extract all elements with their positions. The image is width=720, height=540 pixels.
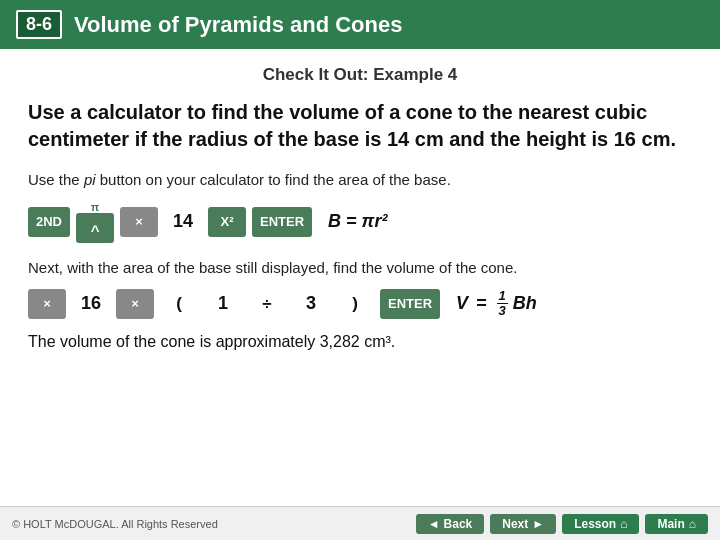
key-caret: ^ — [76, 213, 114, 243]
lesson-button[interactable]: Lesson ⌂ — [562, 514, 639, 534]
page-title: Volume of Pyramids and Cones — [74, 12, 402, 38]
fraction-denominator: 3 — [497, 304, 508, 318]
step2-instruction: Next, with the area of the base still di… — [28, 257, 692, 279]
key-16: 16 — [72, 289, 110, 319]
key-multiply1: × — [120, 207, 158, 237]
nav-buttons-group: ◄ Back Next ► Lesson ⌂ Main ⌂ — [416, 514, 708, 534]
step2-calc-row: × 16 × ( 1 ÷ 3 ) ENTER V = 1 3 Bh — [28, 289, 692, 319]
key-enter2: ENTER — [380, 289, 440, 319]
key-2nd: 2ND — [28, 207, 70, 237]
key-3: 3 — [292, 289, 330, 319]
main-button[interactable]: Main ⌂ — [645, 514, 708, 534]
main-label: Main — [657, 517, 684, 531]
key-open-paren: ( — [160, 289, 198, 319]
step1-calc-row: 2ND π ^ × 14 X² ENTER B = πr² — [28, 201, 692, 243]
check-it-out-label: Check It Out: Example 4 — [28, 65, 692, 85]
main-question-text: Use a calculator to find the volume of a… — [28, 99, 692, 153]
back-label: Back — [444, 517, 473, 531]
lesson-label: Lesson — [574, 517, 616, 531]
next-label: Next — [502, 517, 528, 531]
key-caret-symbol: ^ — [91, 222, 100, 239]
step1-formula: B = πr² — [328, 211, 387, 232]
key-x2: X² — [208, 207, 246, 237]
back-arrow-icon: ◄ — [428, 517, 440, 531]
pi-italic: pi — [84, 171, 96, 188]
key-divide: ÷ — [248, 289, 286, 319]
step1-instruction: Use the pi button on your calculator to … — [28, 169, 692, 191]
copyright-text: © HOLT McDOUGAL. All Rights Reserved — [12, 518, 218, 530]
key-multiply2: × — [28, 289, 66, 319]
next-arrow-icon: ► — [532, 517, 544, 531]
lesson-badge: 8-6 — [16, 10, 62, 39]
back-button[interactable]: ◄ Back — [416, 514, 485, 534]
fraction-display: 1 3 — [497, 289, 508, 319]
bottom-nav-bar: © HOLT McDOUGAL. All Rights Reserved ◄ B… — [0, 506, 720, 540]
next-button[interactable]: Next ► — [490, 514, 556, 534]
lesson-home-icon: ⌂ — [620, 517, 627, 531]
fraction-numerator: 1 — [497, 289, 508, 304]
key-1: 1 — [204, 289, 242, 319]
page-header: 8-6 Volume of Pyramids and Cones — [0, 0, 720, 49]
key-2nd-label: 2ND — [36, 214, 62, 229]
pi-superscript-label: π — [91, 201, 99, 213]
key-14: 14 — [164, 207, 202, 237]
main-content: Check It Out: Example 4 Use a calculator… — [0, 49, 720, 371]
key-multiply3: × — [116, 289, 154, 319]
key-close-paren: ) — [336, 289, 374, 319]
main-home-icon: ⌂ — [689, 517, 696, 531]
key-enter1: ENTER — [252, 207, 312, 237]
step2-formula: V = 1 3 Bh — [456, 289, 537, 319]
conclusion-text: The volume of the cone is approximately … — [28, 333, 692, 351]
